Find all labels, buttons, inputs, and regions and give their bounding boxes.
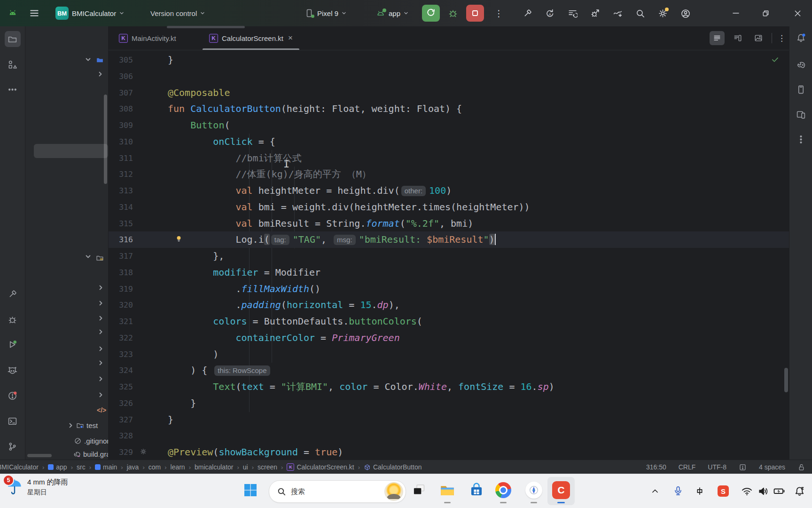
code-line-316[interactable]: 316 Log.i(tag:"TAG", msg:"bmiResult: $bm… — [109, 231, 789, 248]
code-editor[interactable]: I 305}306307@Composable308fun Calculator… — [109, 50, 789, 460]
run-config-selector[interactable]: app — [376, 0, 408, 26]
code-line-310[interactable]: 310 onClick = { — [109, 134, 789, 150]
code-line-315[interactable]: 315 val bmiResult = String.format("%.2f"… — [109, 215, 789, 232]
inspections-ok-icon[interactable] — [771, 56, 779, 64]
code-view-button[interactable] — [710, 31, 725, 45]
running-devices-icon[interactable] — [793, 106, 809, 122]
close-button[interactable] — [793, 0, 802, 26]
build-button[interactable] — [523, 8, 532, 18]
tree-collapsed-expander[interactable] — [98, 285, 104, 291]
more-tool-windows-icon[interactable] — [5, 81, 21, 97]
problems-icon[interactable] — [5, 388, 21, 404]
code-line-317[interactable]: 317 }, — [109, 248, 789, 264]
stop-button[interactable] — [466, 5, 484, 22]
project-tree-expander[interactable] — [85, 56, 91, 63]
account-button[interactable] — [680, 8, 690, 18]
task-view-taskbar-icon[interactable] — [410, 481, 429, 500]
tree-collapsed-expander[interactable] — [98, 360, 104, 366]
code-line-321[interactable]: 321 colors = ButtonDefaults.buttonColors… — [109, 313, 789, 330]
code-line-327[interactable]: 327} — [109, 412, 789, 428]
git-icon[interactable] — [5, 438, 21, 454]
code-line-320[interactable]: 320 .padding(horizontal = 15.dp), — [109, 297, 789, 313]
microphone-icon[interactable] — [672, 485, 684, 497]
code-line-306[interactable]: 306 — [109, 68, 789, 85]
project-tree-panel[interactable]: </>test.gitignorebuild.gradle — [25, 26, 109, 460]
breadcrumb-item[interactable]: BMICalculator — [0, 463, 39, 471]
breadcrumb-item[interactable]: CalculatorButton — [363, 463, 423, 471]
encoding[interactable]: UTF-8 — [708, 463, 726, 471]
code-line-308[interactable]: 308fun CalculatorButton(height: Float, w… — [109, 101, 789, 117]
breadcrumb-item[interactable]: app — [47, 463, 68, 471]
project-widget[interactable]: BM BMICalculator — [55, 0, 124, 26]
indent-widget[interactable]: 4 spaces — [759, 463, 785, 471]
tree-item[interactable]: build.gradle — [73, 450, 109, 458]
taskbar-search[interactable]: 搜索 — [269, 480, 406, 503]
focus-assist-bell-icon[interactable] — [794, 485, 805, 497]
volume-icon[interactable] — [757, 485, 769, 497]
tree-item[interactable]: test — [68, 421, 98, 429]
code-line-311[interactable]: 311 //bmi计算公式 — [109, 150, 789, 167]
tree-collapsed-expander[interactable] — [98, 346, 104, 352]
battery-icon[interactable] — [773, 485, 785, 497]
code-line-322[interactable]: 322 containerColor = PrimaryGreen — [109, 330, 789, 346]
microsoft-store-taskbar-icon[interactable] — [467, 481, 486, 500]
tab-MainActivity.kt[interactable]: KMainActivity.kt — [112, 26, 183, 50]
chrome-taskbar-icon[interactable] — [494, 481, 513, 500]
weather-widget[interactable]: 5 4 mm 的降雨 星期日 — [7, 478, 68, 497]
profiler-button[interactable] — [613, 8, 622, 18]
run-tool-icon[interactable] — [5, 336, 21, 352]
more-run-actions-button[interactable]: ⋮ — [494, 0, 503, 26]
breadcrumb-item[interactable]: KCalculatorScreen.kt — [286, 463, 355, 471]
attach-debugger-button[interactable] — [590, 8, 600, 18]
code-line-307[interactable]: 307@Composable — [109, 85, 789, 101]
sync-translate-button[interactable]: A — [545, 8, 554, 18]
intention-bulb-icon[interactable] — [175, 235, 184, 244]
restore-button[interactable] — [761, 0, 770, 26]
code-line-309[interactable]: 309 Button( — [109, 117, 789, 134]
sogou-icon[interactable]: S — [718, 485, 729, 497]
editor-vertical-scrollbar[interactable] — [784, 368, 788, 392]
project-folder-icon[interactable] — [5, 31, 21, 47]
tree-collapsed-expander[interactable] — [98, 315, 104, 321]
code-line-326[interactable]: 326 } — [109, 395, 789, 412]
minimize-button[interactable] — [731, 0, 741, 26]
debug-tool-icon[interactable] — [5, 311, 21, 327]
more-right-tools-icon[interactable] — [793, 131, 809, 147]
editor-more-button[interactable]: ⋮ — [778, 33, 786, 43]
tree-collapsed-expander[interactable] — [98, 392, 104, 398]
code-line-318[interactable]: 318 modifier = Modifier — [109, 264, 789, 281]
logcat-icon[interactable] — [5, 362, 21, 378]
preview-gear-icon[interactable] — [140, 448, 149, 457]
breadcrumb-item[interactable]: com — [148, 463, 162, 471]
rerun-button[interactable] — [422, 5, 440, 22]
project-scrollbar[interactable] — [104, 95, 107, 184]
tree-collapsed-expander[interactable] — [98, 329, 104, 335]
code-line-313[interactable]: 313 val heightMeter = height.div(other:1… — [109, 183, 789, 199]
breadcrumb-item[interactable]: main — [94, 463, 118, 471]
code-line-305[interactable]: 305} — [109, 52, 789, 68]
tab-CalculatorScreen.kt[interactable]: KCalculatorScreen.kt× — [203, 26, 299, 50]
tray-chevron-up-icon[interactable] — [650, 486, 660, 496]
code-line-323[interactable]: 323 ) — [109, 346, 789, 363]
tree-item[interactable]: .gitignore — [74, 437, 109, 445]
terminal-icon[interactable] — [5, 413, 21, 429]
code-line-328[interactable]: 328 — [109, 428, 789, 444]
design-view-button[interactable] — [751, 31, 766, 45]
line-ending[interactable]: CRLF — [679, 463, 696, 471]
lock-open-icon[interactable] — [797, 463, 805, 471]
editor-horizontal-scrollbar[interactable] — [167, 26, 245, 28]
code-line-329[interactable]: 329@Preview(showBackground = true) — [109, 444, 789, 460]
file-explorer-taskbar-icon[interactable] — [438, 481, 457, 500]
code-line-314[interactable]: 314 val bmi = weight.div(heightMeter.tim… — [109, 199, 789, 215]
start-button[interactable] — [241, 481, 260, 500]
code-line-325[interactable]: 325 Text(text = "计算BMI", color = Color.W… — [109, 379, 789, 395]
main-menu-button[interactable] — [29, 0, 39, 26]
build-tool-icon[interactable] — [5, 286, 21, 302]
breadcrumb-item[interactable]: learn — [170, 463, 186, 471]
breadcrumb-item[interactable]: java — [126, 463, 140, 471]
caret-position[interactable]: 316:50 — [646, 463, 666, 471]
tree-collapsed-expander[interactable] — [98, 300, 104, 306]
search-highlight-weather-icon[interactable] — [384, 482, 403, 501]
breadcrumb-item[interactable]: screen — [257, 463, 278, 471]
project-tree-expander[interactable] — [97, 71, 103, 77]
